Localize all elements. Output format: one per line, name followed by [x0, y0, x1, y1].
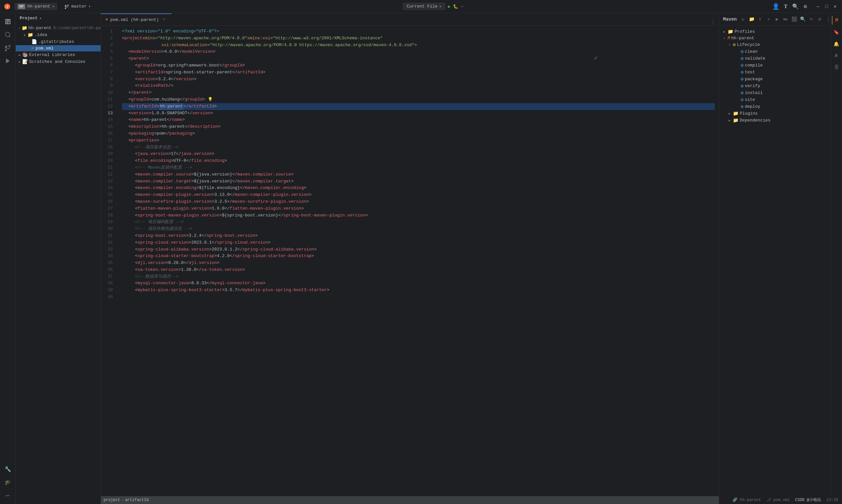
more-options-button[interactable]: ⋯ — [461, 4, 463, 9]
tree-item-external-libs[interactable]: ▶ 📚 External Libraries — [16, 51, 101, 58]
search-icon[interactable]: 🔍 — [792, 3, 799, 10]
code-line-32: <spring-boot.version>3.2.4</spring-boot.… — [122, 233, 715, 239]
maven-phase-deploy[interactable]: ⚙ deploy — [719, 103, 830, 110]
code-line-20: <java.version>17</java.version> — [122, 151, 715, 158]
maven-phase-package[interactable]: ⚙ package — [719, 76, 830, 83]
maven-skip-icon[interactable]: ⏭ — [782, 16, 789, 23]
right-bookmark-icon[interactable]: 🔖 — [832, 28, 841, 37]
translate-icon[interactable]: T — [782, 3, 789, 10]
code-editor[interactable]: 1 2 3 4 5 6 7 8 9 10 11 12 13 14 15 16 1 — [101, 25, 719, 496]
breadcrumb-project: project — [104, 498, 120, 502]
debug-button[interactable]: 🐛 — [453, 4, 458, 9]
project-header-chevron[interactable]: ▾ — [40, 16, 42, 20]
maven-add-icon[interactable]: + — [765, 16, 772, 23]
close-button[interactable]: ✕ — [832, 4, 838, 10]
line-num-4: 4 — [101, 49, 116, 55]
code-line-9: <relativePath/> — [122, 83, 715, 89]
tab-bar-actions: ⋮ — [708, 18, 719, 25]
phase-clean-icon: ⚙ — [741, 49, 743, 54]
maven-refresh-icon[interactable]: ↻ — [739, 16, 747, 23]
phase-deploy-icon: ⚙ — [741, 104, 743, 109]
tab-pom-xml[interactable]: M pom.xml (hh-parent) × — [101, 14, 172, 25]
bottom-file-label: ⎇ pom.xml — [766, 498, 790, 502]
activity-learn[interactable]: 🎓 — [2, 476, 14, 488]
code-line-33: <spring-cloud.version>2023.0.1</spring-c… — [122, 239, 715, 246]
current-file-dropdown[interactable]: ▾ — [439, 4, 441, 8]
activity-plugins[interactable]: 🔧 — [2, 463, 14, 475]
line-num-23: 23 — [101, 178, 116, 185]
maven-run-icon[interactable]: ▶ — [773, 16, 781, 23]
window-controls: — □ ✕ — [815, 4, 838, 10]
maximize-button[interactable]: □ — [824, 4, 829, 10]
right-maven-icon[interactable]: M — [832, 16, 841, 25]
activity-search[interactable] — [2, 29, 14, 41]
line-num-11: 11 — [101, 96, 116, 103]
maven-download-icon[interactable]: ⬇ — [756, 16, 764, 23]
main-layout: 🔧 🎓 ⋯ Project ▾ ▾ 📁 hh-parent D:\code\pa… — [0, 13, 842, 504]
line-num-27: 27 — [101, 205, 116, 212]
project-tree: ▾ 📁 hh-parent D:\code\parent\hh-pa ▶ 📁 .… — [16, 23, 101, 504]
tree-item-pom-xml[interactable]: M pom.xml — [16, 45, 101, 51]
branch-selector[interactable]: master ▾ — [61, 3, 94, 10]
code-line-27: <maven-surefire-plugin.version>3.2.5</ma… — [122, 198, 715, 205]
maven-settings-icon[interactable]: ⚙ — [816, 16, 823, 23]
tree-item-gitattributes[interactable]: 📄 .gitattributes — [16, 38, 101, 45]
settings-icon[interactable]: ⚙ — [802, 3, 809, 10]
code-line-3: xsi:schemaLocation="http://maven.apache.… — [122, 42, 715, 49]
maven-search-icon[interactable]: 🔍 — [799, 16, 806, 23]
line-num-36: 36 — [101, 267, 116, 273]
project-header[interactable]: Project ▾ — [16, 13, 101, 23]
tree-item-scratches[interactable]: ▶ 📝 Scratches and Consoles — [16, 58, 101, 65]
tab-options-button[interactable]: ⋮ — [710, 18, 716, 25]
current-file-selector[interactable]: Current File ▾ — [403, 3, 445, 10]
branch-dropdown-icon[interactable]: ▾ — [88, 4, 90, 8]
phase-clean-label: clean — [745, 49, 757, 54]
maven-profiles[interactable]: ▶ 📁 Profiles — [719, 28, 830, 35]
maven-phase-install[interactable]: ⚙ install — [719, 89, 830, 96]
tree-item-hh-parent[interactable]: ▾ 📁 hh-parent D:\code\parent\hh-pa — [16, 24, 101, 32]
maven-phase-compile[interactable]: ⚙ compile — [719, 62, 830, 69]
activity-more[interactable]: ⋯ — [2, 490, 14, 501]
minimize-button[interactable]: — — [815, 4, 821, 10]
maven-project-hh-parent[interactable]: ▾ M hh-parent — [719, 35, 830, 41]
maven-phase-verify[interactable]: ⚙ verify — [719, 83, 830, 89]
maven-project-icon: M — [727, 36, 730, 41]
chevron-icon: ▶ — [22, 33, 28, 37]
sidebar: Project ▾ ▾ 📁 hh-parent D:\code\parent\h… — [16, 13, 101, 504]
right-database-icon[interactable]: 🗄 — [832, 63, 841, 72]
phase-test-icon: ⚙ — [741, 69, 743, 75]
right-translate-icon[interactable]: A — [832, 51, 841, 60]
add-user-icon[interactable]: 👤 — [773, 3, 779, 10]
maven-tree: ▶ 📁 Profiles ▾ M hh-parent ▾ ⚙ Lifecycle… — [719, 25, 830, 504]
line-num-12: 12 — [101, 103, 116, 110]
validation-check-icon: ✓ — [594, 54, 597, 61]
maven-phase-clean[interactable]: ⚙ clean — [719, 48, 830, 55]
project-dropdown-icon[interactable]: ▾ — [52, 4, 54, 8]
tree-path-hh-parent: D:\code\parent\hh-pa — [53, 26, 101, 31]
tree-label-idea: .idea — [34, 32, 47, 37]
maven-phase-validate[interactable]: ⚙ validate — [719, 55, 830, 62]
code-line-14: <version>1.0.0-SNAPSHOT</version> — [122, 110, 715, 117]
status-bar: project › artifactId — [101, 496, 719, 504]
maven-phase-site[interactable]: ⚙ site — [719, 96, 830, 103]
activity-files[interactable] — [2, 16, 14, 28]
maven-dependencies[interactable]: ▶ 📁 Dependencies — [719, 117, 830, 124]
svg-text:J: J — [6, 5, 8, 9]
file-icon: 📄 — [32, 39, 37, 44]
code-line-29: <spring-boot-maven-plugin.version>${spri… — [122, 212, 715, 219]
tab-close-button[interactable]: × — [162, 17, 167, 22]
tree-item-idea[interactable]: ▶ 📁 .idea — [16, 32, 101, 38]
profiles-folder-icon: 📁 — [727, 29, 733, 34]
project-selector[interactable]: HP hh-parent ▾ — [14, 3, 57, 10]
run-button[interactable]: ▶ — [448, 4, 451, 9]
code-content[interactable]: <?xml version="1.0" encoding="UTF-8"?> <… — [118, 25, 719, 496]
maven-lifecycle[interactable]: ▾ ⚙ Lifecycle — [719, 41, 830, 48]
maven-phase-test[interactable]: ⚙ test — [719, 69, 830, 76]
activity-run[interactable] — [2, 55, 14, 67]
maven-plugins[interactable]: ▶ 📁 Plugins — [719, 110, 830, 117]
maven-folder-icon[interactable]: 📁 — [748, 16, 755, 23]
maven-align-icon[interactable]: ≡ — [808, 16, 815, 23]
activity-git[interactable] — [2, 42, 14, 54]
right-notification-icon[interactable]: 🔔 — [832, 39, 841, 49]
maven-stop-icon[interactable]: ⬛ — [791, 16, 798, 23]
